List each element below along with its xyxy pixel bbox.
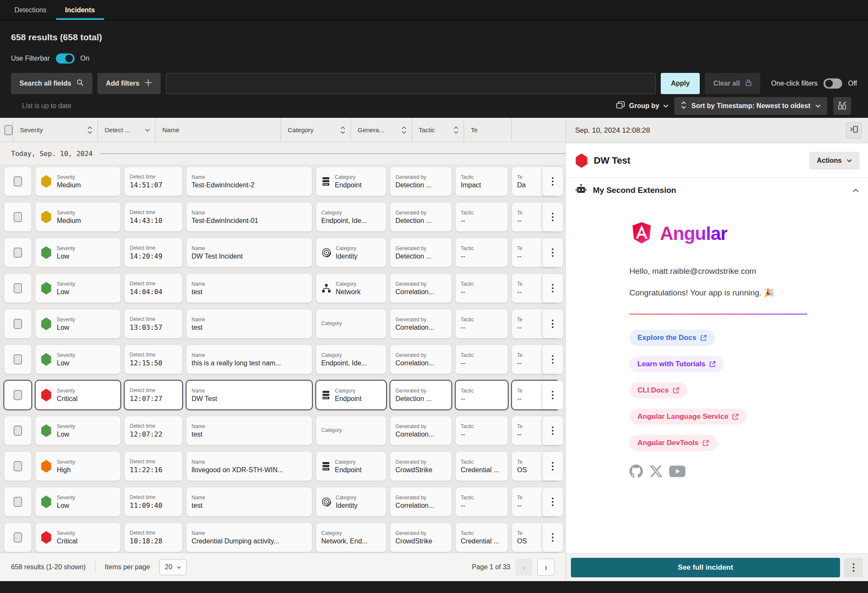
collapse-panel-icon	[850, 125, 858, 135]
row-checkbox[interactable]	[4, 381, 31, 409]
table-row[interactable]: SeverityCriticalDetect time10:18:28NameC…	[4, 523, 565, 552]
link-explore-the-docs[interactable]: Explore the Docs	[629, 330, 715, 346]
congrats-text: Congratulations! Your app is running. 🎉	[629, 288, 860, 298]
row-checkbox[interactable]	[4, 167, 31, 196]
sort-by-dropdown[interactable]: Sort by Timestamp: Newest to oldest	[674, 97, 827, 115]
row-checkbox[interactable]	[4, 452, 31, 481]
use-filterbar-toggle[interactable]	[56, 53, 75, 64]
row-menu-button[interactable]	[542, 238, 563, 267]
collapse-panel-button[interactable]	[846, 122, 862, 139]
link-angular-devtools[interactable]: Angular DevTools	[629, 435, 717, 451]
one-click-filters-state: Off	[848, 80, 857, 87]
category-cell: CategoryEndpoint	[316, 381, 386, 409]
table-row[interactable]: SeverityCriticalDetect time12:07:27NameD…	[4, 381, 565, 409]
table-row[interactable]: SeverityLowDetect time14:04:04NametestCa…	[4, 274, 565, 303]
endpoint-category-icon	[321, 176, 331, 187]
tactic-cell: TacticCredential ...	[456, 452, 508, 481]
table-row[interactable]: SeverityLowDetect time14:20:49NameDW Tes…	[4, 238, 565, 267]
youtube-icon[interactable]	[669, 465, 685, 479]
name-cell: Nametest	[186, 274, 312, 303]
previous-page-button[interactable]: ‹	[515, 559, 532, 576]
severity-cell: SeverityHigh	[36, 452, 120, 481]
name-cell: Nametest	[186, 487, 312, 516]
results-count: 658 results (658 total)	[11, 20, 857, 42]
category-cell: Category	[316, 309, 386, 338]
row-checkbox[interactable]	[4, 274, 31, 303]
row-menu-button[interactable]	[542, 309, 563, 338]
row-menu-button[interactable]	[542, 274, 563, 303]
severity-cell: SeverityLow	[36, 238, 120, 267]
actions-button[interactable]: Actions	[809, 152, 860, 170]
row-checkbox[interactable]	[4, 309, 31, 338]
column-header-tactic[interactable]: Tactic	[412, 118, 464, 142]
severity-cell: SeverityCritical	[36, 523, 120, 552]
row-menu-button[interactable]	[542, 452, 563, 481]
column-header-severity[interactable]: Severity	[13, 118, 98, 142]
top-tab-bar: Detections Incidents	[0, 0, 868, 20]
column-header-name[interactable]: Name	[156, 118, 281, 142]
filter-bar-input[interactable]	[166, 73, 656, 94]
row-checkbox[interactable]	[4, 238, 31, 267]
column-header-category[interactable]: Category	[281, 118, 351, 142]
severity-icon	[41, 424, 52, 437]
column-header-detect[interactable]: Detect ...	[98, 118, 156, 142]
see-full-incident-button[interactable]: See full incident	[571, 558, 840, 577]
severity-icon	[41, 246, 52, 259]
row-menu-button[interactable]	[542, 345, 563, 374]
items-per-page-label: Items per page	[105, 563, 150, 571]
link-learn-with-tutorials[interactable]: Learn with Tutorials	[629, 356, 724, 372]
table-row[interactable]: SeverityLowDetect time12:15:50Namethis i…	[4, 345, 565, 374]
detect-time-cell: Detect time12:07:27	[125, 381, 182, 409]
table-row[interactable]: SeverityMediumDetect time14:43:10NameTes…	[4, 203, 565, 231]
tab-incidents[interactable]: Incidents	[56, 0, 104, 20]
row-checkbox[interactable]	[4, 416, 31, 445]
severity-icon	[41, 389, 52, 401]
link-angular-language-service[interactable]: Angular Language Service	[629, 409, 747, 425]
row-menu-button[interactable]	[542, 523, 563, 552]
row-checkbox[interactable]	[4, 203, 31, 231]
select-columns-button[interactable]	[833, 97, 851, 115]
column-header-genera[interactable]: Genera...	[351, 118, 412, 142]
row-checkbox[interactable]	[4, 523, 31, 552]
table-row[interactable]: SeverityHighDetect time11:22:16Namellove…	[4, 452, 565, 481]
column-header-te[interactable]: Te	[464, 118, 512, 142]
name-cell: Nametest	[186, 309, 312, 338]
clear-all-button[interactable]: Clear all	[705, 73, 760, 94]
name-cell: NameTest-EdwinIncident-01	[186, 203, 312, 231]
generated-by-cell: Generated byCorrelation...	[390, 345, 451, 374]
row-menu-button[interactable]	[542, 487, 563, 516]
category-cell: CategoryEndpoint, Ide...	[316, 203, 386, 231]
search-all-fields-button[interactable]: Search all fields	[11, 73, 92, 94]
row-menu-button[interactable]	[542, 416, 563, 445]
chevron-up-icon[interactable]	[853, 189, 859, 192]
row-checkbox[interactable]	[4, 345, 31, 374]
apply-button[interactable]: Apply	[661, 73, 700, 94]
lock-icon	[745, 79, 752, 88]
tab-detections[interactable]: Detections	[5, 0, 56, 20]
table-row[interactable]: SeverityLowDetect time13:03:57NametestCa…	[4, 309, 565, 338]
one-click-filters-toggle[interactable]	[823, 78, 842, 89]
select-all-checkbox[interactable]	[4, 118, 13, 142]
group-by-dropdown[interactable]: Group by	[616, 101, 668, 111]
generated-by-cell: Generated byDetection ...	[390, 238, 451, 267]
github-icon[interactable]	[629, 465, 643, 480]
link-cli-docs[interactable]: CLI Docs	[629, 382, 687, 398]
row-menu-button[interactable]	[542, 381, 563, 409]
tactic-cell: TacticCredential ...	[456, 523, 508, 552]
x-icon[interactable]	[650, 465, 662, 479]
items-per-page-select[interactable]: 20	[159, 559, 186, 575]
row-checkbox[interactable]	[4, 487, 31, 516]
next-page-button[interactable]: ›	[537, 559, 554, 576]
detect-time-cell: Detect time14:43:10	[125, 203, 182, 231]
row-menu-button[interactable]	[542, 167, 563, 196]
category-cell: CategoryIdentity	[316, 238, 386, 267]
row-menu-button[interactable]	[542, 203, 563, 231]
table-row[interactable]: SeverityMediumDetect time14:51:07NameTes…	[4, 167, 565, 196]
tactic-cell: Tactic--	[456, 274, 508, 303]
table-row[interactable]: SeverityLowDetect time12:07:22NametestCa…	[4, 416, 565, 445]
name-cell: NameDW Test Incident	[186, 238, 312, 267]
severity-icon	[41, 460, 52, 473]
add-filters-button[interactable]: Add filters	[97, 73, 161, 94]
panel-menu-button[interactable]	[844, 558, 863, 577]
table-row[interactable]: SeverityLowDetect time11:09:40NametestCa…	[4, 487, 565, 516]
